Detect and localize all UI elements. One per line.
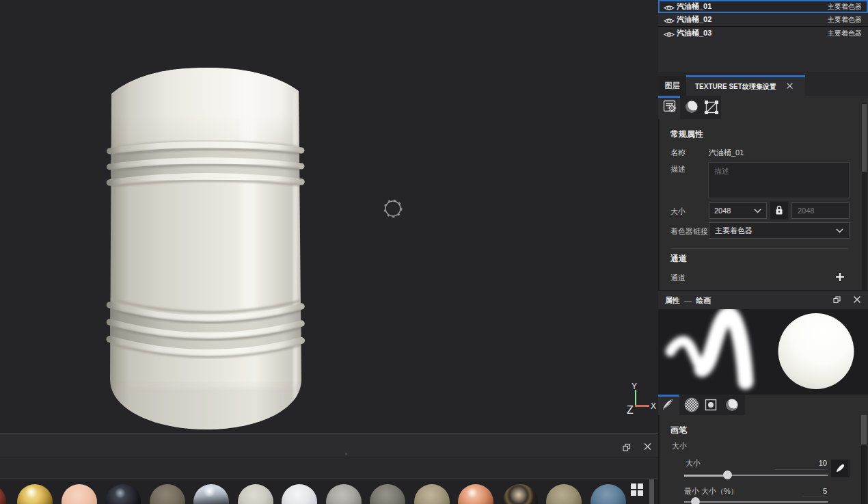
svg-text:Z: Z	[627, 404, 634, 416]
svg-text:Y: Y	[632, 382, 637, 391]
svg-text:X: X	[651, 401, 656, 411]
